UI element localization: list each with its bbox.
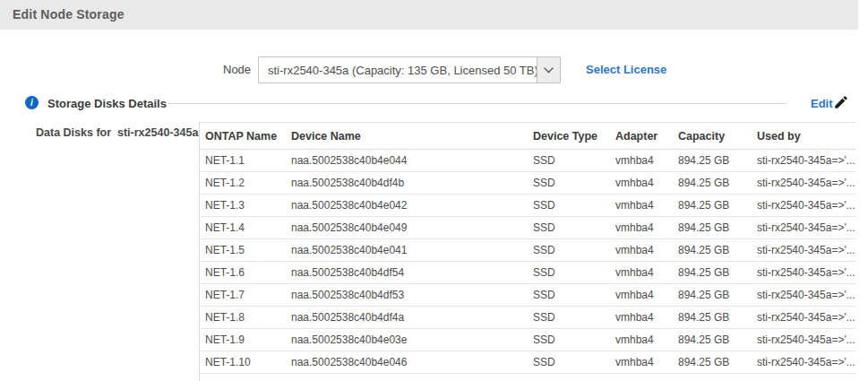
capacity-cell: 894.25 GB — [673, 195, 752, 217]
table-row[interactable]: NET-1.2naa.5002538c40b4df4bSSDvmhba4894.… — [200, 172, 855, 195]
storage-disks-table: ONTAP NameDevice NameDevice TypeAdapterC… — [200, 122, 855, 374]
device-name-cell: naa.5002538c40b4df4b — [286, 172, 528, 195]
used-by-cell: sti-rx2540-345a=>'... — [752, 351, 855, 374]
used-by-cell: sti-rx2540-345a=>'... — [752, 172, 855, 195]
column-header: ONTAP Name — [200, 123, 286, 150]
column-header: Device Type — [528, 123, 610, 150]
section-divider — [168, 103, 786, 104]
capacity-cell: 894.25 GB — [673, 239, 752, 262]
table-row[interactable]: NET-1.1naa.5002538c40b4e044SSDvmhba4894.… — [200, 150, 855, 172]
used-by-cell: sti-rx2540-345a=>'... — [752, 195, 855, 217]
info-icon: i — [25, 96, 39, 109]
adapter-cell: vmhba4 — [610, 284, 673, 307]
device-type-cell: SSD — [528, 351, 610, 374]
ontap-name-cell: NET-1.5 — [200, 239, 286, 262]
node-label: Node — [223, 63, 251, 76]
device-name-cell: naa.5002538c40b4e046 — [286, 351, 528, 374]
device-type-cell: SSD — [528, 172, 610, 195]
used-by-cell: sti-rx2540-345a=>'... — [752, 239, 855, 262]
device-name-cell: naa.5002538c40b4df4a — [286, 307, 528, 329]
capacity-cell: 894.25 GB — [673, 307, 752, 329]
ontap-name-cell: NET-1.7 — [200, 284, 286, 307]
column-header: Capacity — [673, 123, 752, 150]
page-title: Edit Node Storage — [13, 0, 125, 30]
ontap-name-cell: NET-1.6 — [200, 262, 286, 284]
device-type-cell: SSD — [528, 239, 610, 262]
ontap-name-cell: NET-1.9 — [200, 329, 286, 351]
column-header: Used by — [752, 123, 855, 150]
capacity-cell: 894.25 GB — [673, 284, 752, 307]
capacity-cell: 894.25 GB — [673, 150, 752, 172]
capacity-cell: 894.25 GB — [673, 329, 752, 351]
table-row[interactable]: NET-1.3naa.5002538c40b4e042SSDvmhba4894.… — [200, 195, 855, 217]
ontap-name-cell: NET-1.1 — [200, 150, 286, 172]
capacity-cell: 894.25 GB — [673, 262, 752, 284]
adapter-cell: vmhba4 — [610, 195, 673, 217]
pencil-icon[interactable] — [833, 94, 849, 110]
capacity-cell: 894.25 GB — [673, 351, 752, 374]
device-type-cell: SSD — [528, 284, 610, 307]
used-by-cell: sti-rx2540-345a=>'... — [752, 150, 855, 172]
device-name-cell: naa.5002538c40b4e041 — [286, 239, 528, 262]
device-name-cell: naa.5002538c40b4e044 — [286, 150, 528, 172]
table-body: NET-1.1naa.5002538c40b4e044SSDvmhba4894.… — [200, 150, 855, 374]
device-type-cell: SSD — [528, 217, 610, 239]
column-header: Device Name — [286, 123, 528, 150]
device-name-cell: naa.5002538c40b4e042 — [286, 195, 528, 217]
used-by-cell: sti-rx2540-345a=>'... — [752, 329, 855, 351]
ontap-name-cell: NET-1.8 — [200, 307, 286, 329]
column-header: Adapter — [610, 123, 673, 150]
dialog-titlebar: Edit Node Storage — [0, 0, 858, 30]
device-type-cell: SSD — [528, 195, 610, 217]
node-select[interactable]: sti-rx2540-345a (Capacity: 135 GB, Licen… — [258, 56, 561, 83]
ontap-name-cell: NET-1.2 — [200, 172, 286, 195]
table-row[interactable]: NET-1.10naa.5002538c40b4e046SSDvmhba4894… — [200, 351, 855, 374]
ontap-name-cell: NET-1.10 — [200, 351, 286, 374]
used-by-cell: sti-rx2540-345a=>'... — [752, 307, 855, 329]
adapter-cell: vmhba4 — [610, 329, 673, 351]
device-type-cell: SSD — [528, 329, 610, 351]
capacity-cell: 894.25 GB — [673, 172, 752, 195]
adapter-cell: vmhba4 — [610, 150, 673, 172]
table-header-row: ONTAP NameDevice NameDevice TypeAdapterC… — [200, 123, 855, 150]
adapter-cell: vmhba4 — [610, 239, 673, 262]
used-by-cell: sti-rx2540-345a=>'... — [752, 284, 855, 307]
ontap-name-cell: NET-1.4 — [200, 217, 286, 239]
node-select-value: sti-rx2540-345a (Capacity: 135 GB, Licen… — [259, 64, 537, 77]
table-row[interactable]: NET-1.6naa.5002538c40b4df54SSDvmhba4894.… — [200, 262, 855, 284]
select-license-link[interactable]: Select License — [586, 63, 666, 76]
table-row[interactable]: NET-1.7naa.5002538c40b4df53SSDvmhba4894.… — [200, 284, 855, 307]
device-type-cell: SSD — [528, 307, 610, 329]
edit-link[interactable]: Edit — [811, 97, 833, 110]
used-by-cell: sti-rx2540-345a=>'... — [752, 217, 855, 239]
device-name-cell: naa.5002538c40b4e049 — [286, 217, 528, 239]
adapter-cell: vmhba4 — [610, 351, 673, 374]
used-by-cell: sti-rx2540-345a=>'... — [752, 262, 855, 284]
adapter-cell: vmhba4 — [610, 172, 673, 195]
adapter-cell: vmhba4 — [610, 307, 673, 329]
ontap-name-cell: NET-1.3 — [200, 195, 286, 217]
table-row[interactable]: NET-1.8naa.5002538c40b4df4aSSDvmhba4894.… — [200, 307, 855, 329]
capacity-cell: 894.25 GB — [673, 217, 752, 239]
chevron-down-icon[interactable] — [537, 57, 560, 82]
device-name-cell: naa.5002538c40b4df53 — [286, 284, 528, 307]
device-type-cell: SSD — [528, 150, 610, 172]
table-row[interactable]: NET-1.9naa.5002538c40b4e03eSSDvmhba4894.… — [200, 329, 855, 351]
adapter-cell: vmhba4 — [610, 262, 673, 284]
table-row[interactable]: NET-1.4naa.5002538c40b4e049SSDvmhba4894.… — [200, 217, 855, 239]
adapter-cell: vmhba4 — [610, 217, 673, 239]
data-disks-label: Data Disks for sti-rx2540-345a — [36, 126, 198, 139]
device-type-cell: SSD — [528, 262, 610, 284]
device-name-cell: naa.5002538c40b4df54 — [286, 262, 528, 284]
section-title: Storage Disks Details — [47, 97, 167, 110]
device-name-cell: naa.5002538c40b4e03e — [286, 329, 528, 351]
table-row[interactable]: NET-1.5naa.5002538c40b4e041SSDvmhba4894.… — [200, 239, 855, 262]
